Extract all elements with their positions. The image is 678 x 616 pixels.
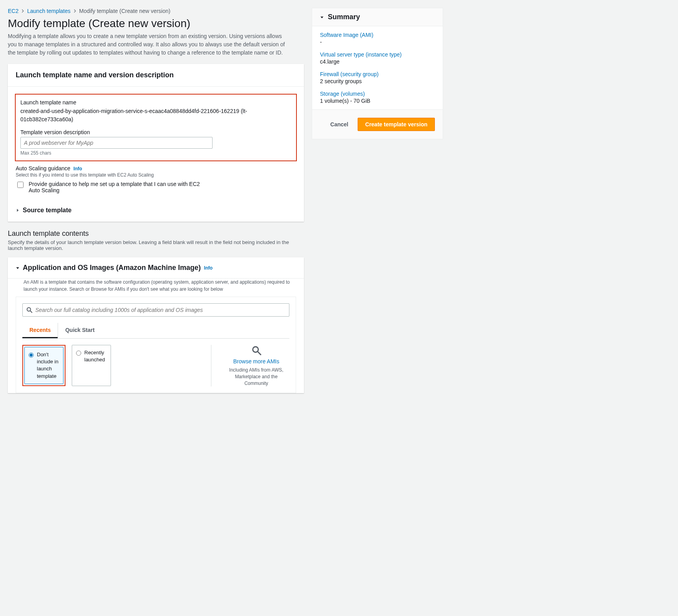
browse-amis-column: Browse more AMIs Including AMIs from AWS… [211, 345, 289, 386]
svg-point-0 [27, 308, 31, 311]
panel-title: Launch template name and version descrip… [16, 71, 296, 79]
summary-item-firewall: Firewall (security group) 2 security gro… [320, 71, 435, 84]
summary-item-ami: Software Image (AMI) - [320, 32, 435, 45]
summary-instance-type-label[interactable]: Virtual server type (instance type) [320, 51, 435, 58]
autoscaling-desc: Select this if you intend to use this te… [16, 172, 296, 178]
version-desc-label: Template version description [20, 129, 291, 135]
ami-panel-title: Application and OS Images (Amazon Machin… [23, 264, 201, 272]
ami-panel-header[interactable]: Application and OS Images (Amazon Machin… [8, 257, 304, 279]
tab-recents[interactable]: Recents [22, 323, 58, 338]
summary-ami-label[interactable]: Software Image (AMI) [320, 32, 435, 38]
radio-recently-launched-input[interactable] [76, 350, 81, 356]
radio-dont-include-input[interactable] [29, 352, 34, 358]
breadcrumb-current: Modify template (Create new version) [79, 8, 171, 14]
source-template-toggle[interactable]: Source template [8, 205, 304, 222]
browse-amis-subtext: Including AMIs from AWS, Marketplace and… [223, 367, 289, 386]
radio-recently-launched[interactable]: Recently launched [72, 345, 111, 386]
ami-panel: Application and OS Images (Amazon Machin… [8, 257, 304, 393]
caret-down-icon [16, 265, 20, 271]
breadcrumb-ec2[interactable]: EC2 [8, 8, 18, 14]
svg-point-2 [253, 347, 258, 352]
chevron-right-icon [21, 8, 25, 14]
summary-storage-label[interactable]: Storage (volumes) [320, 91, 435, 97]
name-description-panel: Launch template name and version descrip… [8, 64, 304, 222]
search-icon [26, 307, 33, 313]
contents-section-header: Launch template contents Specify the det… [8, 230, 304, 251]
page-description: Modifying a template allows you to creat… [8, 32, 290, 57]
radio-recently-launched-label: Recently launched [84, 349, 107, 363]
summary-header[interactable]: Summary [312, 8, 443, 26]
info-link[interactable]: Info [204, 265, 213, 271]
cancel-button[interactable]: Cancel [329, 118, 350, 131]
summary-firewall-value: 2 security groups [320, 78, 435, 84]
caret-down-icon [320, 14, 324, 20]
autoscaling-label: Auto Scaling guidance [16, 165, 70, 171]
radio-dont-include[interactable]: Don't include in launch template [24, 347, 64, 384]
browse-amis-link[interactable]: Browse more AMIs [223, 358, 289, 364]
template-name-label: Launch template name [20, 99, 291, 106]
ami-tabs: Recents Quick Start [22, 323, 289, 339]
info-link[interactable]: Info [73, 166, 82, 171]
contents-title: Launch template contents [8, 230, 304, 238]
radio-dont-include-label: Don't include in launch template [37, 351, 59, 380]
breadcrumb: EC2 Launch templates Modify template (Cr… [8, 8, 304, 14]
page-title: Modify template (Create new version) [8, 17, 304, 30]
summary-ami-value: - [320, 39, 435, 45]
summary-title: Summary [328, 13, 360, 21]
tab-quick-start[interactable]: Quick Start [58, 323, 102, 338]
panel-header: Launch template name and version descrip… [8, 64, 304, 87]
create-template-version-button[interactable]: Create template version [358, 118, 435, 131]
source-template-label: Source template [23, 207, 71, 214]
ami-panel-description: An AMI is a template that contains the s… [8, 279, 304, 297]
highlighted-name-block: Launch template name created-and-used-by… [15, 94, 297, 161]
chevron-right-icon [73, 8, 77, 14]
highlighted-radio-block: Don't include in launch template [22, 345, 65, 386]
search-icon [251, 345, 262, 356]
caret-right-icon [16, 207, 20, 214]
contents-description: Specify the details of your launch templ… [8, 239, 304, 251]
summary-panel: Summary Software Image (AMI) - Virtual s… [312, 8, 443, 139]
autoscaling-checkbox[interactable] [17, 182, 24, 188]
svg-line-1 [30, 311, 32, 313]
breadcrumb-launch-templates[interactable]: Launch templates [27, 8, 71, 14]
svg-line-3 [258, 352, 261, 355]
version-desc-hint: Max 255 chars [20, 150, 291, 156]
summary-firewall-label[interactable]: Firewall (security group) [320, 71, 435, 77]
summary-instance-type-value: c4.large [320, 58, 435, 65]
ami-search-input[interactable] [22, 303, 289, 317]
ami-inner-panel: Recents Quick Start Don't include in lau… [16, 297, 296, 393]
autoscaling-checkbox-label: Provide guidance to help me set up a tem… [29, 181, 209, 193]
summary-storage-value: 1 volume(s) - 70 GiB [320, 98, 435, 104]
summary-item-instance-type: Virtual server type (instance type) c4.l… [320, 51, 435, 65]
summary-item-storage: Storage (volumes) 1 volume(s) - 70 GiB [320, 91, 435, 104]
version-desc-input[interactable] [20, 137, 213, 149]
template-name-value: created-and-used-by-application-migratio… [20, 107, 291, 124]
